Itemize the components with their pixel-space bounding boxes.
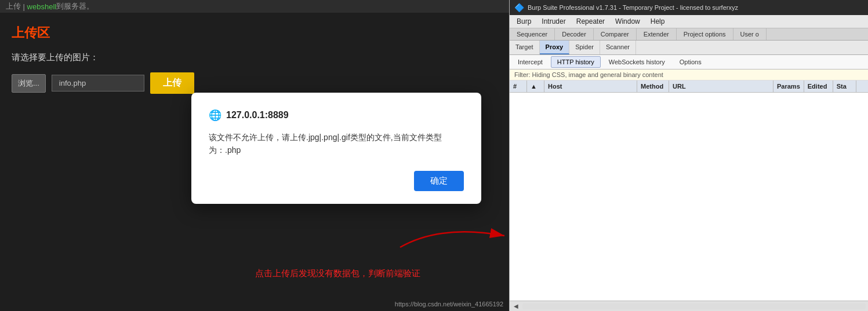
file-name-display: info.php (52, 75, 144, 92)
tab-user-options[interactable]: User o (733, 28, 767, 40)
top-bar-prefix: 上传 (6, 1, 21, 12)
dialog-footer: 确定 (209, 171, 464, 191)
col-url: URL (669, 81, 773, 92)
burp-title-text: Burp Suite Professional v1.7.31 - Tempor… (528, 4, 738, 11)
burp-menubar: Burp Intruder Repeater Window Help (510, 15, 868, 28)
col-params: Params (773, 81, 804, 92)
browse-button[interactable]: 浏览... (12, 74, 46, 93)
dialog-title-row: 🌐 127.0.0.1:8889 (209, 109, 464, 122)
tab-spider[interactable]: Spider (569, 41, 600, 54)
subtab-intercept[interactable]: Intercept (511, 56, 549, 68)
burp-tabs-second: Target Proxy Spider Scanner (510, 41, 868, 55)
bottom-annotation-text: 点击上传后发现没有数据包，判断前端验证 (255, 268, 420, 279)
upload-row: 浏览... info.php 上传 (12, 72, 497, 94)
col-edited: Edited (804, 81, 833, 92)
burp-bottom-bar: ◀ (510, 301, 868, 311)
upload-title: 上传区 (12, 24, 497, 42)
subtab-http-history[interactable]: HTTP history (551, 56, 601, 68)
tab-sequencer[interactable]: Sequencer (510, 28, 555, 40)
filter-bar[interactable]: Filter: Hiding CSS, image and general bi… (510, 69, 868, 81)
arrow-annotation (394, 213, 510, 259)
tab-decoder[interactable]: Decoder (555, 28, 594, 40)
tab-proxy[interactable]: Proxy (540, 41, 570, 54)
col-status: Sta (833, 81, 856, 92)
col-host: Host (544, 81, 637, 92)
upload-button[interactable]: 上传 (150, 72, 194, 94)
dialog-ok-button[interactable]: 确定 (414, 171, 464, 191)
scrollbar-track[interactable] (522, 303, 866, 309)
menu-intruder[interactable]: Intruder (537, 16, 570, 27)
burp-icon: 🔷 (514, 3, 524, 12)
globe-icon: 🌐 (209, 109, 221, 122)
burp-sub-tabs: Intercept HTTP history WebSockets histor… (510, 55, 868, 69)
burp-suite-panel: 🔷 Burp Suite Professional v1.7.31 - Temp… (509, 0, 868, 311)
subtab-websockets-history[interactable]: WebSockets history (602, 56, 671, 68)
tab-extender[interactable]: Extender (637, 28, 677, 40)
menu-burp[interactable]: Burp (512, 16, 536, 27)
http-history-table-body (510, 93, 868, 301)
upload-label: 请选择要上传的图片： (12, 52, 497, 63)
menu-window[interactable]: Window (611, 16, 645, 27)
col-arrow: ▲ (527, 81, 544, 92)
top-bar: 上传 | webshell 到服务器。 (0, 0, 509, 13)
webshell-link[interactable]: webshell (27, 2, 57, 11)
menu-repeater[interactable]: Repeater (572, 16, 609, 27)
dialog-message: 该文件不允许上传，请上传.jpg|.png|.gif类型的文件,当前文件类型为：… (209, 131, 464, 157)
burp-tabs-top: Sequencer Decoder Comparer Extender Proj… (510, 28, 868, 41)
table-header: # ▲ Host Method URL Params Edited Sta (510, 81, 868, 93)
tab-scanner[interactable]: Scanner (600, 41, 636, 54)
top-bar-suffix: 到服务器。 (56, 1, 94, 12)
left-panel: 上传 | webshell 到服务器。 上传区 请选择要上传的图片： 浏览...… (0, 0, 509, 311)
dialog-address: 127.0.0.1:8889 (226, 110, 289, 120)
tab-comparer[interactable]: Comparer (594, 28, 637, 40)
filter-text: Filter: Hiding CSS, image and general bi… (514, 71, 663, 78)
tab-project-options[interactable]: Project options (677, 28, 733, 40)
upload-dialog: 🌐 127.0.0.1:8889 该文件不允许上传，请上传.jpg|.png|.… (191, 93, 481, 204)
col-method: Method (637, 81, 669, 92)
bottom-url: https://blog.csdn.net/weixin_41665192 (395, 301, 503, 308)
tab-target[interactable]: Target (510, 41, 540, 54)
menu-help[interactable]: Help (646, 16, 670, 27)
col-hash: # (510, 81, 527, 92)
burp-title-bar: 🔷 Burp Suite Professional v1.7.31 - Temp… (510, 0, 868, 15)
nav-left-arrow[interactable]: ◀ (512, 303, 520, 309)
subtab-options[interactable]: Options (673, 56, 708, 68)
